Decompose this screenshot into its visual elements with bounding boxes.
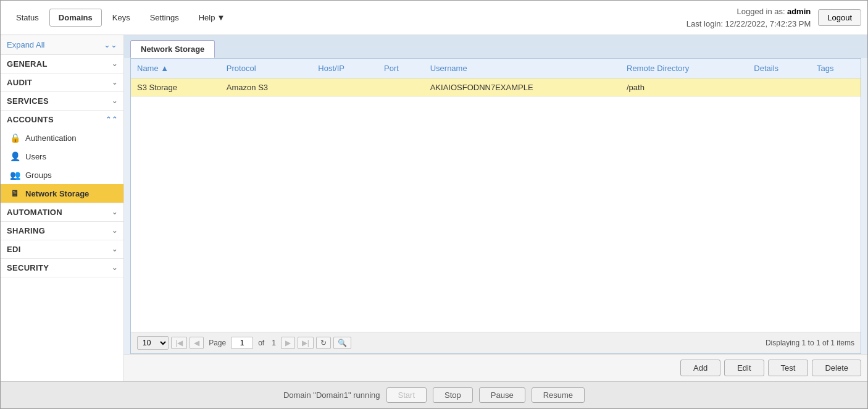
sidebar-section-services: SERVICES ⌄	[1, 92, 123, 111]
pause-button[interactable]: Pause	[479, 387, 525, 403]
tab-content: Name ▲ Protocol Host/IP Port Username Re…	[130, 58, 861, 354]
stop-button[interactable]: Stop	[433, 387, 473, 403]
sidebar-item-users[interactable]: 👤 Users	[1, 147, 123, 166]
expand-all-icon: ⌄⌄	[104, 40, 117, 49]
action-bar: Add Edit Test Delete	[124, 354, 867, 381]
col-header-name[interactable]: Name ▲	[131, 59, 220, 78]
first-page-button[interactable]: |◀	[171, 337, 187, 349]
sidebar-header-general[interactable]: GENERAL ⌄	[1, 55, 123, 73]
nav-help[interactable]: Help ▼	[190, 9, 235, 27]
of-label: of	[258, 339, 264, 347]
chevron-down-icon: ⌄	[112, 78, 117, 86]
chevron-down-icon: ⌄	[112, 264, 117, 272]
sidebar-section-general: GENERAL ⌄	[1, 55, 123, 74]
domain-status-text: Domain "Domain1" running	[283, 390, 380, 400]
chevron-down-icon: ⌄	[112, 245, 117, 253]
add-button[interactable]: Add	[680, 360, 720, 376]
sidebar-header-sharing[interactable]: SHARING ⌄	[1, 222, 123, 240]
col-header-protocol: Protocol	[220, 59, 312, 78]
sidebar-header-services[interactable]: SERVICES ⌄	[1, 92, 123, 110]
sidebar-item-network-storage[interactable]: 🖥 Network Storage	[1, 184, 123, 203]
chevron-down-icon: ⌄	[112, 60, 117, 68]
cell-remote-directory: /path	[620, 78, 748, 97]
zoom-button[interactable]: 🔍	[333, 337, 351, 349]
last-login-time: 12/22/2022, 7:42:23 PM	[725, 19, 811, 28]
col-header-username: Username	[424, 59, 620, 78]
nav-domains[interactable]: Domains	[49, 9, 102, 27]
sidebar-header-automation[interactable]: AUTOMATION ⌄	[1, 203, 123, 221]
cell-port	[378, 78, 424, 97]
page-input[interactable]	[231, 337, 253, 349]
sidebar-section-sharing: SHARING ⌄	[1, 222, 123, 240]
chevron-down-icon: ⌄	[112, 227, 117, 235]
network-storage-table: Name ▲ Protocol Host/IP Port Username Re…	[131, 59, 861, 97]
prev-page-button[interactable]: ◀	[190, 337, 204, 349]
pagination-bar: 10 25 50 100 |◀ ◀ Page of 1 ▶ ▶| ↻ 🔍 Dis…	[131, 332, 861, 353]
logout-button[interactable]: Logout	[818, 9, 861, 26]
sidebar-header-edi[interactable]: EDI ⌄	[1, 240, 123, 258]
nav-buttons: Status Domains Keys Settings Help ▼	[7, 9, 686, 27]
users-icon: 👤	[9, 151, 20, 162]
cell-protocol: Amazon S3	[220, 78, 312, 97]
table-header-row: Name ▲ Protocol Host/IP Port Username Re…	[131, 59, 861, 78]
expand-all-button[interactable]: Expand All ⌄⌄	[1, 35, 123, 55]
nav-status[interactable]: Status	[7, 9, 48, 27]
sidebar-header-audit[interactable]: AUDIT ⌄	[1, 74, 123, 91]
delete-button[interactable]: Delete	[812, 360, 861, 376]
col-header-tags: Tags	[811, 59, 861, 78]
sidebar-header-accounts[interactable]: ACCOUNTS ⌃⌃	[1, 111, 123, 129]
col-header-port: Port	[378, 59, 424, 78]
start-button[interactable]: Start	[386, 387, 427, 403]
per-page-select[interactable]: 10 25 50 100	[137, 336, 169, 350]
edit-button[interactable]: Edit	[724, 360, 764, 376]
tab-network-storage[interactable]: Network Storage	[130, 40, 215, 58]
sidebar-section-security: SECURITY ⌄	[1, 259, 123, 277]
tab-bar: Network Storage	[124, 35, 867, 58]
last-page-button[interactable]: ▶|	[298, 337, 314, 349]
col-header-hostip: Host/IP	[312, 59, 378, 78]
chevron-up-icon: ⌃⌃	[106, 116, 117, 124]
table-row[interactable]: S3 Storage Amazon S3 AKIAIOSFODNN7EXAMPL…	[131, 78, 861, 97]
sidebar-section-automation: AUTOMATION ⌄	[1, 203, 123, 222]
logged-in-info: Logged in as: admin Last login: 12/22/20…	[686, 6, 811, 30]
sidebar: Expand All ⌄⌄ GENERAL ⌄ AUDIT ⌄ SERVICES…	[1, 35, 124, 381]
sidebar-section-audit: AUDIT ⌄	[1, 74, 123, 92]
network-storage-icon: 🖥	[9, 188, 20, 199]
groups-icon: 👥	[9, 169, 20, 180]
sidebar-header-security[interactable]: SECURITY ⌄	[1, 259, 123, 277]
page-label: Page	[209, 339, 226, 347]
footer: Domain "Domain1" running Start Stop Paus…	[1, 381, 867, 408]
nav-keys[interactable]: Keys	[103, 9, 140, 27]
main-area: Expand All ⌄⌄ GENERAL ⌄ AUDIT ⌄ SERVICES…	[1, 35, 867, 381]
content-area: Network Storage Name ▲ Protocol Host/IP …	[124, 35, 867, 381]
sidebar-section-accounts: ACCOUNTS ⌃⌃ 🔒 Authentication 👤 Users 👥 G…	[1, 111, 123, 203]
username-display: admin	[787, 7, 811, 16]
cell-details	[748, 78, 811, 97]
user-info-area: Logged in as: admin Last login: 12/22/20…	[686, 6, 861, 30]
cell-hostip	[312, 78, 378, 97]
resume-button[interactable]: Resume	[532, 387, 585, 403]
sidebar-section-edi: EDI ⌄	[1, 240, 123, 259]
sidebar-item-groups[interactable]: 👥 Groups	[1, 166, 123, 184]
total-pages: 1	[272, 339, 276, 347]
table-wrapper: Name ▲ Protocol Host/IP Port Username Re…	[131, 59, 861, 332]
nav-settings[interactable]: Settings	[141, 9, 188, 27]
sort-asc-icon: ▲	[161, 64, 169, 73]
next-page-button[interactable]: ▶	[281, 337, 295, 349]
top-navigation: Status Domains Keys Settings Help ▼ Logg…	[1, 1, 867, 35]
cell-username: AKIAIOSFODNN7EXAMPLE	[424, 78, 620, 97]
chevron-down-icon: ⌄	[112, 208, 117, 216]
col-header-details: Details	[748, 59, 811, 78]
chevron-down-icon: ⌄	[112, 97, 117, 105]
chevron-down-icon: ▼	[217, 13, 225, 22]
col-header-remote-directory: Remote Directory	[620, 59, 748, 78]
cell-name: S3 Storage	[131, 78, 220, 97]
test-button[interactable]: Test	[768, 360, 809, 376]
cell-tags	[811, 78, 861, 97]
authentication-icon: 🔒	[9, 132, 20, 143]
displaying-text: Displaying 1 to 1 of 1 items	[766, 339, 854, 347]
refresh-button[interactable]: ↻	[316, 337, 331, 349]
sidebar-item-authentication[interactable]: 🔒 Authentication	[1, 129, 123, 147]
